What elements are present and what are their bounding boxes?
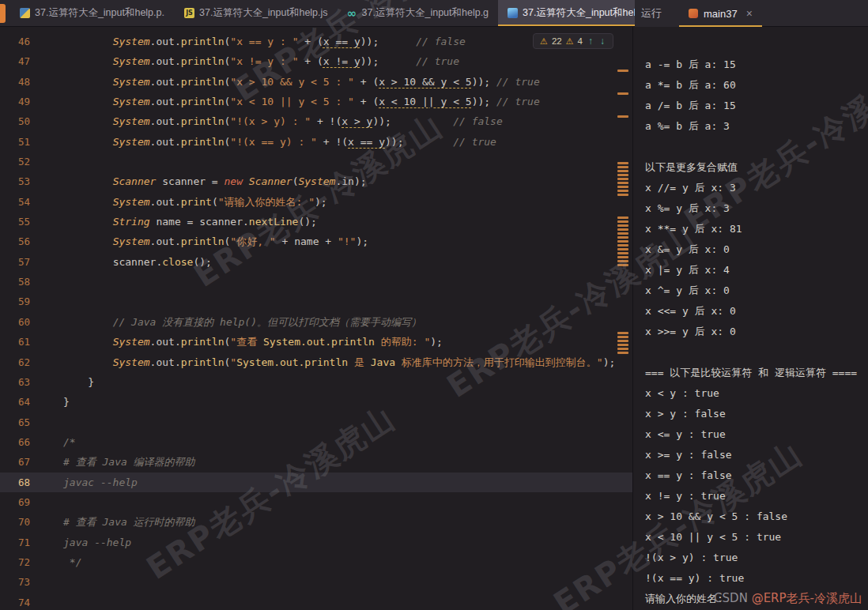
code-line[interactable]: 73 <box>0 572 632 592</box>
code-line[interactable]: 55 String name = scanner.nextLine(); <box>0 212 632 232</box>
code-line[interactable]: 47 System.out.println("x != y : " + (x !… <box>0 51 632 71</box>
line-number[interactable]: 56 <box>0 232 30 251</box>
close-icon[interactable]: × <box>746 7 753 20</box>
line-number[interactable]: 48 <box>0 72 30 92</box>
change-marker[interactable] <box>617 224 628 227</box>
line-number[interactable]: 70 <box>0 512 30 532</box>
code-line[interactable]: 72 */ <box>0 552 632 572</box>
code-line[interactable]: 74 <box>0 593 632 610</box>
line-number[interactable]: 46 <box>0 32 30 51</box>
line-number[interactable]: 67 <box>0 452 30 472</box>
run-tab-main37[interactable]: main37 × <box>679 0 762 27</box>
line-number[interactable]: 73 <box>0 572 30 592</box>
change-marker[interactable] <box>617 240 628 243</box>
code-line[interactable]: 66/* <box>0 432 632 452</box>
code-line[interactable]: 52 <box>0 152 632 171</box>
change-marker[interactable] <box>617 217 628 219</box>
line-number[interactable]: 65 <box>0 412 30 432</box>
line-number[interactable]: 63 <box>0 372 30 392</box>
code-line[interactable]: 64} <box>0 392 632 412</box>
code-line[interactable]: 65 <box>0 412 632 432</box>
code-line[interactable]: 62 System.out.println("System.out.printl… <box>0 352 632 372</box>
change-marker[interactable] <box>617 162 628 164</box>
change-marker[interactable] <box>617 260 628 262</box>
change-marker[interactable] <box>617 220 628 223</box>
line-number[interactable]: 60 <box>0 312 30 332</box>
line-number[interactable]: 53 <box>0 171 30 191</box>
line-number[interactable]: 69 <box>0 492 30 512</box>
line-number[interactable]: 62 <box>0 352 30 372</box>
line-number[interactable]: 49 <box>0 92 30 111</box>
code-line[interactable]: 60 // Java 没有直接的 help()。但可以打印文档（需要手动编写） <box>0 312 632 332</box>
change-marker[interactable] <box>617 186 628 188</box>
code-line[interactable]: 59 <box>0 292 632 311</box>
change-marker[interactable] <box>617 336 628 338</box>
code-line[interactable]: 63 } <box>0 372 632 392</box>
code-line[interactable]: 51 System.out.println("!(x == y) : " + !… <box>0 132 632 152</box>
line-number[interactable]: 58 <box>0 272 30 292</box>
tab-go-file[interactable]: ∞ 37.运算符大全_input和help.g <box>338 0 499 26</box>
line-number[interactable]: 51 <box>0 132 30 152</box>
code-line[interactable]: 71java --help <box>0 533 632 552</box>
line-number[interactable]: 47 <box>0 51 30 71</box>
prev-problem-icon[interactable]: ↑ <box>587 36 594 47</box>
code-line[interactable]: 49 System.out.println("x < 10 || y < 5 :… <box>0 92 632 111</box>
line-number[interactable]: 64 <box>0 392 30 412</box>
change-marker[interactable] <box>617 252 628 254</box>
line-number[interactable]: 72 <box>0 552 30 572</box>
code-line[interactable]: 57 scanner.close(); <box>0 252 632 272</box>
change-marker[interactable] <box>617 182 628 184</box>
line-number[interactable]: 68 <box>0 473 30 492</box>
code-editor[interactable]: 46 System.out.println("x == y : " + (x =… <box>0 27 632 610</box>
code-line[interactable]: 54 System.out.print("请输入你的姓名: "); <box>0 192 632 212</box>
line-number[interactable]: 61 <box>0 332 30 352</box>
change-marker[interactable] <box>617 174 628 176</box>
change-marker[interactable] <box>617 248 628 250</box>
line-number[interactable]: 52 <box>0 152 30 171</box>
change-marker[interactable] <box>617 344 628 346</box>
change-marker[interactable] <box>617 170 628 172</box>
change-marker[interactable] <box>617 244 628 247</box>
change-marker[interactable] <box>617 115 628 118</box>
code-line[interactable]: 68javac --help <box>0 473 632 492</box>
line-number[interactable]: 57 <box>0 252 30 272</box>
line-number[interactable]: 54 <box>0 192 30 212</box>
run-console[interactable]: a -= b 后 a: 15a *= b 后 a: 60a /= b 后 a: … <box>632 27 868 610</box>
code-line[interactable]: 56 System.out.println("你好, " + name + "!… <box>0 232 632 251</box>
change-marker[interactable] <box>617 194 628 196</box>
line-number[interactable]: 50 <box>0 111 30 131</box>
change-marker[interactable] <box>617 264 628 266</box>
change-marker[interactable] <box>617 236 628 239</box>
line-number[interactable]: 74 <box>0 593 30 610</box>
tab-js-file[interactable]: JS 37.运算符大全_input和help.js <box>175 0 338 26</box>
code-line[interactable]: 58 <box>0 272 632 292</box>
change-marker[interactable] <box>617 352 628 354</box>
change-marker[interactable] <box>617 340 628 342</box>
code-line[interactable]: 70# 查看 Java 运行时的帮助 <box>0 512 632 532</box>
code-line[interactable]: 61 System.out.println("查看 System.out.pri… <box>0 332 632 352</box>
tab-python-file[interactable]: 37.运算符大全_input和help.p... <box>10 0 175 26</box>
line-number[interactable]: 66 <box>0 432 30 452</box>
change-marker[interactable] <box>617 92 628 95</box>
change-marker[interactable] <box>617 70 628 72</box>
problems-widget[interactable]: ⚠ 22 ⚠ 4 ↑ ↓ <box>533 33 613 49</box>
code-line[interactable]: 53 Scanner scanner = new Scanner(System.… <box>0 171 632 191</box>
next-problem-icon[interactable]: ↓ <box>598 36 606 47</box>
code-line[interactable]: 50 System.out.println("!(x > y) : " + !(… <box>0 111 632 131</box>
code-line[interactable]: 48 System.out.println("x > 10 && y < 5 :… <box>0 72 632 92</box>
scrollbar-marks[interactable] <box>617 27 630 610</box>
line-number[interactable]: 71 <box>0 533 30 552</box>
change-marker[interactable] <box>617 228 628 231</box>
code-line[interactable]: 67# 查看 Java 编译器的帮助 <box>0 452 632 472</box>
change-marker[interactable] <box>617 256 628 258</box>
change-marker[interactable] <box>617 232 628 235</box>
change-marker[interactable] <box>617 178 628 180</box>
code-line[interactable]: 69 <box>0 492 632 512</box>
line-number[interactable]: 55 <box>0 212 30 232</box>
change-marker[interactable] <box>617 332 628 334</box>
change-marker[interactable] <box>617 190 628 192</box>
line-number[interactable]: 59 <box>0 292 30 311</box>
change-marker[interactable] <box>617 348 628 350</box>
change-marker[interactable] <box>617 166 628 168</box>
run-panel-title[interactable]: 运行 <box>635 0 674 27</box>
